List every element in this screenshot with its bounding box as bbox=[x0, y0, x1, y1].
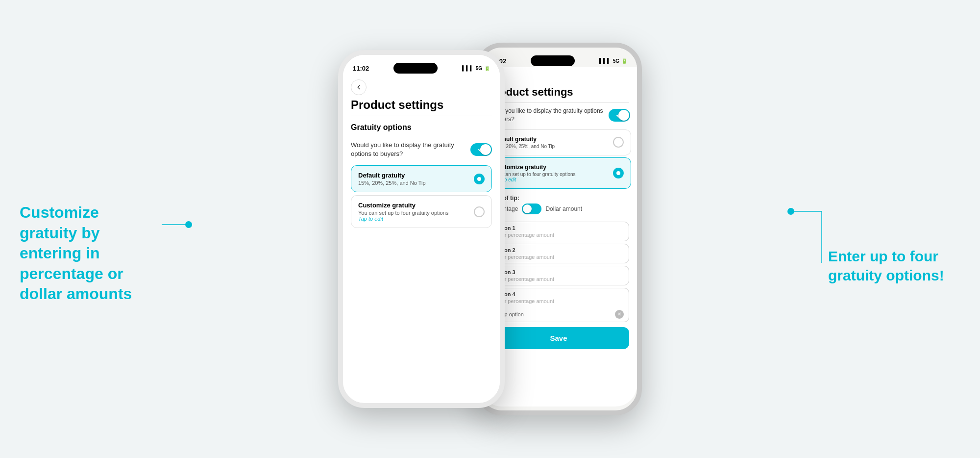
phone2-top: 11:02 ▍▍▍ 5G 🔋 bbox=[480, 48, 637, 67]
phone2-save-button[interactable]: Save bbox=[488, 327, 629, 349]
phone1-dynamic-island bbox=[393, 63, 438, 74]
phone2-option1-input-placeholder: Enter percentage amount bbox=[489, 232, 629, 241]
phone2-toggle[interactable] bbox=[609, 109, 630, 122]
phone1-option2-subtitle: You can set up to four gratuity options bbox=[358, 210, 469, 216]
phone1-top: 11:02 ▍▍▍ 5G 🔋 bbox=[343, 55, 500, 75]
phone2-option1-radio[interactable] bbox=[613, 137, 624, 148]
phone2-no-tip-clear-button[interactable]: ✕ bbox=[615, 310, 624, 319]
battery-icon: 🔋 bbox=[484, 66, 490, 71]
svg-point-1 bbox=[185, 221, 192, 228]
phone1-section-header: Gratuity options bbox=[343, 116, 500, 137]
phone2-dollar-label: Dollar amount bbox=[545, 205, 582, 212]
left-annotation: Customize gratuity by entering in percen… bbox=[0, 193, 167, 314]
phone1-option2-title: Customize gratuity bbox=[358, 202, 469, 209]
phone1-option1-content: Default gratuity 15%, 20%, 25%, and No T… bbox=[358, 172, 469, 186]
phone1-status-icons: ▍▍▍ 5G 🔋 bbox=[462, 66, 490, 71]
phone1-option2-content: Customize gratuity You can set up to fou… bbox=[358, 202, 469, 222]
phone2-signal-icon: ▍▍▍ bbox=[599, 58, 611, 64]
signal-icon: ▍▍▍ bbox=[462, 66, 474, 71]
phone2-option2-subtitle: You can set up to four gratuity options bbox=[493, 172, 608, 177]
left-annotation-text: Customize gratuity by entering in percen… bbox=[20, 203, 147, 305]
phone2-option3-input-label: Option 3 bbox=[489, 266, 629, 276]
phone2-option2-italic: Tap to edit bbox=[493, 177, 608, 182]
phone1-option1-title: Default gratuity bbox=[358, 172, 469, 179]
phone2-option4-input-label: Option 4 bbox=[489, 288, 629, 298]
phone2-option1-content: Default gratuity 15%, 20%, 25%, and No T… bbox=[493, 136, 608, 149]
phone1-option2-card[interactable]: Customize gratuity You can set up to fou… bbox=[351, 195, 492, 228]
phone1-page-title: Product settings bbox=[343, 98, 500, 116]
phone2-option1-input-label: Option 1 bbox=[489, 222, 629, 232]
phone2-option4-input-group: Option 4 Enter percentage amount No tip … bbox=[488, 288, 629, 322]
phone2-option1-title: Default gratuity bbox=[493, 136, 608, 143]
phone2-no-tip-row: No tip option ✕ bbox=[489, 307, 629, 322]
phone2-option4-input-placeholder: Enter percentage amount bbox=[489, 298, 629, 307]
phone1-option1-subtitle: 15%, 20%, 25%, and No Tip bbox=[358, 180, 469, 186]
phone2-back-button[interactable]: ‹ bbox=[488, 71, 629, 84]
phone1-option1-radio[interactable] bbox=[474, 174, 485, 184]
scene: Customize gratuity by entering in percen… bbox=[0, 0, 980, 458]
phone2-option1-subtitle: 15%, 20%, 25%, and No Tip bbox=[493, 144, 608, 149]
back-arrow-icon bbox=[355, 84, 362, 91]
phone1-status-bar: 11:02 ▍▍▍ 5G 🔋 bbox=[343, 59, 500, 75]
phone1-option2-radio[interactable] bbox=[474, 206, 485, 217]
phone2-network-icon: 5G bbox=[613, 58, 619, 64]
phone2-status-icons: ▍▍▍ 5G 🔋 bbox=[599, 58, 627, 64]
phone1-option1-card[interactable]: Default gratuity 15%, 20%, 25%, and No T… bbox=[351, 165, 492, 192]
phone2-tip-toggle[interactable] bbox=[522, 204, 541, 214]
phone2-dynamic-island bbox=[531, 55, 575, 66]
right-annotation-text: Enter up to four gratuity options! bbox=[828, 247, 960, 285]
phone1-screen: Product settings Gratuity options Would … bbox=[343, 75, 500, 393]
phone1-toggle[interactable] bbox=[470, 143, 492, 156]
phone2-option2-content: Customize gratuity You can set up to fou… bbox=[493, 164, 608, 182]
phone2-option3-input-placeholder: Enter percentage amount bbox=[489, 276, 629, 285]
phone1-time: 11:02 bbox=[353, 65, 369, 72]
phone2-option1-card[interactable]: Default gratuity 15%, 20%, 25%, and No T… bbox=[486, 129, 631, 155]
phone-1: 11:02 ▍▍▍ 5G 🔋 Product settings bbox=[338, 50, 505, 408]
checkmark-icon bbox=[478, 146, 485, 153]
phone1-option2-italic: Tap to edit bbox=[358, 216, 469, 222]
connector-line-right bbox=[785, 209, 824, 268]
phones-container: 11:02 ▍▍▍ 5G 🔋 Product settings bbox=[338, 43, 642, 415]
phone2-battery-icon: 🔋 bbox=[621, 58, 627, 64]
right-annotation: Enter up to four gratuity options! bbox=[818, 237, 970, 295]
phone1-toggle-label: Would you like to display the gratuity o… bbox=[351, 141, 466, 158]
phone2-checkmark-icon bbox=[616, 112, 623, 119]
phone2-option2-radio[interactable] bbox=[613, 168, 624, 178]
phone2-option2-title: Customize gratuity bbox=[493, 164, 608, 171]
phone2-option2-input-label: Option 2 bbox=[489, 244, 629, 254]
phone2-option3-input-group: Option 3 Enter percentage amount bbox=[488, 266, 629, 285]
phone2-option1-input-group: Option 1 Enter percentage amount bbox=[488, 222, 629, 241]
network-icon: 5G bbox=[476, 66, 482, 71]
connector-line-left bbox=[162, 224, 191, 225]
phone2-option2-card[interactable]: Customize gratuity You can set up to fou… bbox=[486, 157, 631, 189]
phone2-status-bar: 11:02 ▍▍▍ 5G 🔋 bbox=[480, 51, 637, 67]
phone2-option2-input-group: Option 2 Enter percentage amount bbox=[488, 244, 629, 263]
phone1-back-button[interactable] bbox=[351, 79, 367, 95]
phone1-toggle-row: Would you like to display the gratuity o… bbox=[343, 137, 500, 162]
phone2-option2-input-placeholder: Enter percentage amount bbox=[489, 254, 629, 263]
